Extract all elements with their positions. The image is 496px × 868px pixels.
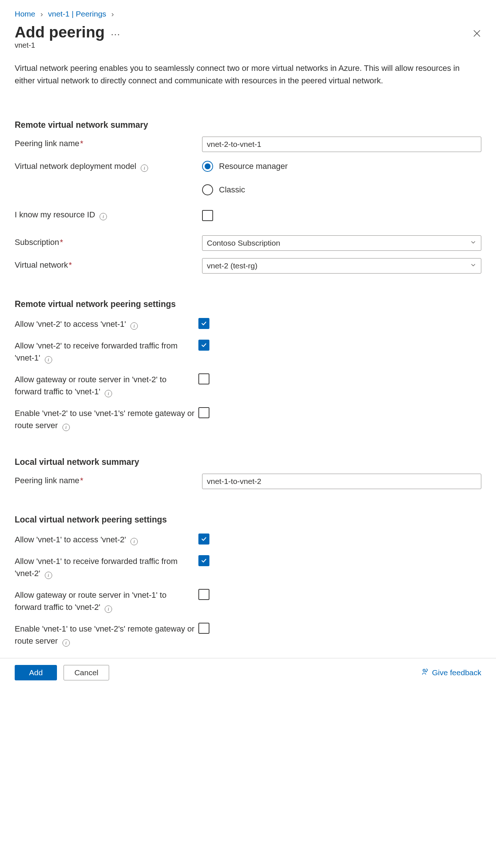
deployment-model-classic-radio[interactable]: Classic (202, 184, 481, 195)
deployment-model-label: Virtual network deployment model i (15, 159, 202, 172)
feedback-icon (421, 668, 429, 678)
remote-enable-remote-gateway-label: Enable 'vnet-2' to use 'vnet-1's' remote… (15, 405, 198, 431)
remote-enable-remote-gateway-checkbox[interactable] (198, 407, 209, 418)
breadcrumb-home-link[interactable]: Home (15, 10, 35, 18)
give-feedback-link[interactable]: Give feedback (421, 668, 481, 678)
info-icon[interactable]: i (130, 538, 138, 545)
remote-allow-gateway-label: Allow gateway or route server in 'vnet-2… (15, 371, 198, 398)
section-heading-remote-summary: Remote virtual network summary (15, 120, 481, 130)
local-enable-remote-gateway-label: Enable 'vnet-1' to use 'vnet-2's' remote… (15, 621, 198, 647)
local-peering-link-name-label: Peering link name* (15, 474, 202, 485)
chevron-right-icon: › (37, 10, 46, 18)
info-icon[interactable]: i (141, 164, 148, 172)
section-heading-local-summary: Local virtual network summary (15, 457, 481, 467)
local-allow-access-checkbox[interactable] (198, 534, 209, 545)
radio-label: Resource manager (219, 162, 288, 171)
local-allow-forwarded-checkbox[interactable] (198, 555, 209, 566)
info-icon[interactable]: i (105, 390, 112, 397)
info-icon[interactable]: i (105, 605, 112, 613)
info-icon[interactable]: i (45, 356, 52, 364)
remote-allow-access-label: Allow 'vnet-2' to access 'vnet-1' i (15, 316, 198, 330)
local-peering-link-name-input[interactable] (202, 474, 481, 489)
chevron-down-icon (470, 239, 477, 247)
page-subtitle: vnet-1 (15, 41, 481, 50)
chevron-down-icon (470, 261, 477, 270)
section-heading-local-settings: Local virtual network peering settings (15, 515, 481, 525)
svg-point-0 (423, 669, 425, 671)
deployment-model-resource-manager-radio[interactable]: Resource manager (202, 161, 481, 172)
info-icon[interactable]: i (100, 213, 107, 220)
page-title: Add peering (15, 23, 105, 41)
remote-allow-access-checkbox[interactable] (198, 318, 209, 329)
info-icon[interactable]: i (62, 639, 70, 647)
close-icon[interactable] (472, 29, 481, 40)
info-icon[interactable]: i (45, 572, 52, 579)
local-enable-remote-gateway-checkbox[interactable] (198, 623, 209, 634)
breadcrumb-peerings-link[interactable]: vnet-1 | Peerings (48, 10, 106, 18)
add-button[interactable]: Add (15, 665, 57, 680)
remote-allow-forwarded-checkbox[interactable] (198, 340, 209, 351)
subscription-select[interactable]: Contoso Subscription (202, 235, 481, 251)
virtual-network-select[interactable]: vnet-2 (test-rg) (202, 258, 481, 274)
breadcrumb: Home › vnet-1 | Peerings › (15, 7, 481, 22)
info-icon[interactable]: i (62, 424, 70, 431)
local-allow-gateway-label: Allow gateway or route server in 'vnet-1… (15, 587, 198, 613)
give-feedback-label: Give feedback (432, 668, 481, 677)
remote-peering-link-name-input[interactable] (202, 137, 481, 152)
cancel-button[interactable]: Cancel (64, 665, 109, 680)
info-icon[interactable]: i (130, 322, 138, 330)
virtual-network-label: Virtual network* (15, 258, 202, 270)
subscription-label: Subscription* (15, 235, 202, 247)
page-intro-text: Virtual network peering enables you to s… (15, 62, 481, 87)
local-allow-forwarded-label: Allow 'vnet-1' to receive forwarded traf… (15, 553, 198, 579)
chevron-right-icon: › (108, 10, 117, 18)
peering-link-name-label: Peering link name* (15, 137, 202, 148)
remote-allow-forwarded-label: Allow 'vnet-2' to receive forwarded traf… (15, 337, 198, 364)
know-resource-id-checkbox[interactable] (202, 210, 213, 221)
virtual-network-value: vnet-2 (test-rg) (207, 261, 258, 270)
radio-label: Classic (219, 185, 245, 195)
know-resource-id-label: I know my resource ID i (15, 208, 202, 220)
local-allow-gateway-checkbox[interactable] (198, 589, 209, 600)
remote-allow-gateway-checkbox[interactable] (198, 373, 209, 384)
section-heading-remote-settings: Remote virtual network peering settings (15, 299, 481, 309)
subscription-value: Contoso Subscription (207, 239, 280, 247)
local-allow-access-label: Allow 'vnet-1' to access 'vnet-2' i (15, 531, 198, 546)
